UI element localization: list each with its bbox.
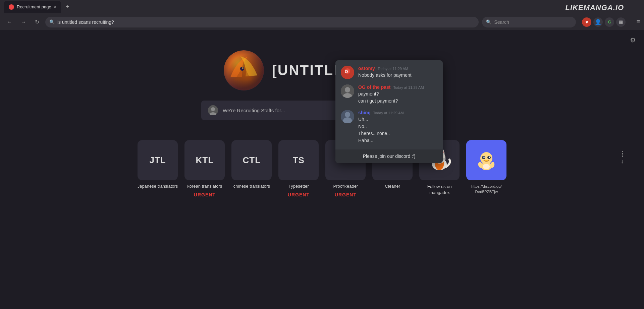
role-urgent-pr: URGENT: [335, 192, 357, 197]
browser-tab-bar: Recruitment page × + LIKEMANGA.IO: [0, 0, 644, 14]
discord-timestamp-ostomy: Today at 11:29 AM: [378, 67, 408, 71]
tab-label: Recruitment page: [17, 4, 51, 9]
discord-text-ostomy: Nobody asks for payment: [358, 72, 437, 79]
svg-text:O: O: [345, 69, 348, 74]
role-label-ktl: korean translators: [187, 184, 222, 189]
role-label-cl: Cleaner: [385, 184, 400, 189]
tab-close-button[interactable]: ×: [54, 5, 56, 9]
role-label-jtl: Japanese translators: [138, 184, 178, 189]
address-bar[interactable]: 🔍: [45, 17, 479, 27]
address-search-icon: 🔍: [49, 19, 55, 24]
scroll-dot-2: [622, 153, 623, 154]
team-header: [UNTITLED] SCANS We're Recruiting Staffs…: [0, 30, 644, 120]
scroll-indicator: ↓: [621, 151, 624, 165]
discord-username-shimj: shimj: [358, 110, 371, 115]
discord-footer: Please join our discord :'): [335, 149, 443, 163]
role-label-mangadex: Follow us onmangadex: [427, 184, 452, 196]
svg-point-6: [211, 107, 215, 111]
tab-recruitment[interactable]: Recruitment page ×: [4, 1, 61, 13]
discord-message-content-og: OG of the past Today at 11:29 AM payment…: [358, 84, 437, 105]
avatar-icon-button[interactable]: 👤: [593, 17, 603, 27]
role-label-ctl: chinese translators: [233, 184, 270, 189]
svg-point-41: [345, 112, 350, 117]
tab-list: Recruitment page × +: [4, 1, 72, 13]
role-urgent-ktl: URGENT: [194, 192, 216, 197]
discord-text-og: payment?can i get payment?: [358, 90, 437, 105]
role-card-ctl: CTL chinese translators: [231, 140, 272, 189]
discord-message-shimj: shimj Today at 11:29 AM Uh...No..Theres.…: [341, 110, 437, 144]
team-avatar: [224, 50, 264, 90]
scroll-arrow-icon: ↓: [621, 158, 624, 165]
extension1-icon-button[interactable]: G: [605, 17, 614, 27]
recruiting-bar-text: We're Recruiting Staffs for...: [223, 108, 285, 113]
settings-icon[interactable]: ⚙: [630, 36, 636, 44]
back-button[interactable]: ←: [4, 17, 15, 27]
team-avatar-image: [224, 50, 264, 90]
svg-point-38: [345, 87, 350, 92]
role-urgent-ts: URGENT: [288, 192, 310, 197]
address-input[interactable]: [57, 19, 475, 25]
role-card-ktl: KTL korean translators URGENT: [184, 140, 225, 197]
search-placeholder: Search: [494, 19, 509, 25]
hamburger-menu-button[interactable]: ≡: [636, 18, 640, 25]
recruiting-bar-avatar: [208, 105, 218, 115]
role-box-ts[interactable]: TS: [278, 140, 319, 180]
svg-point-33: [483, 164, 490, 169]
role-card-discord: https://discord.gg/Ded5PZBTjw: [466, 140, 506, 194]
discord-message-ostomy: O ostomy Today at 11:29 AM Nobody asks f…: [341, 66, 437, 79]
discord-message-header-og: OG of the past Today at 11:29 AM: [358, 84, 437, 90]
scroll-dot-1: [622, 151, 623, 152]
main-content: ⚙: [0, 30, 644, 309]
svg-point-28: [483, 157, 485, 158]
discord-avatar-ostomy: O: [341, 66, 354, 79]
svg-point-3: [240, 67, 244, 71]
discord-timestamp-shimj: Today at 11:29 AM: [373, 111, 404, 115]
role-box-ktl[interactable]: KTL: [184, 140, 225, 180]
new-tab-button[interactable]: +: [63, 2, 72, 12]
discord-message-og: OG of the past Today at 11:29 AM payment…: [341, 84, 437, 105]
discord-username-og: OG of the past: [358, 84, 390, 90]
role-label-discord: https://discord.gg/Ded5PZBTjw: [471, 184, 502, 194]
browser-extension-icons: ♥ 👤 G ▦: [582, 17, 626, 27]
tab-favicon: [9, 4, 14, 10]
role-box-ctl[interactable]: CTL: [231, 140, 272, 180]
refresh-button[interactable]: ↻: [32, 17, 42, 27]
scroll-dot-3: [622, 156, 623, 157]
discord-logo-image: [474, 148, 498, 172]
role-card-jtl: JTL Japanese translators: [138, 140, 178, 189]
forward-button[interactable]: →: [18, 17, 29, 27]
nav-bar: ← → ↻ 🔍 🔍 Search ♥ 👤 G ▦ ≡: [0, 14, 644, 30]
discord-timestamp-og: Today at 11:29 AM: [393, 85, 424, 89]
discord-message-content-ostomy: ostomy Today at 11:29 AM Nobody asks for…: [358, 66, 437, 79]
discord-avatar-og: [341, 84, 354, 98]
heart-icon-button[interactable]: ♥: [582, 17, 591, 27]
discord-message-content-shimj: shimj Today at 11:29 AM Uh...No..Theres.…: [358, 110, 437, 144]
role-label-ts: Typesetter: [288, 184, 309, 189]
role-label-pr: ProofReader: [333, 184, 358, 189]
role-box-jtl[interactable]: JTL: [138, 140, 178, 180]
svg-point-4: [242, 67, 244, 69]
discord-text-shimj: Uh...No..Theres...none..Haha...: [358, 116, 437, 144]
discord-messages: O ostomy Today at 11:29 AM Nobody asks f…: [335, 60, 443, 149]
search-icon: 🔍: [486, 19, 491, 24]
role-box-discord[interactable]: [466, 140, 506, 180]
discord-username-ostomy: ostomy: [358, 66, 375, 71]
discord-message-header-shimj: shimj Today at 11:29 AM: [358, 110, 437, 115]
role-card-ts: TS Typesetter URGENT: [278, 140, 319, 197]
svg-point-29: [489, 157, 490, 158]
roles-section: JTL Japanese translators KTL korean tran…: [0, 140, 644, 197]
extension2-icon-button[interactable]: ▦: [616, 17, 626, 27]
brand-logo: LIKEMANGA.IO: [565, 3, 624, 12]
discord-message-header-ostomy: ostomy Today at 11:29 AM: [358, 66, 437, 71]
discord-popup: O ostomy Today at 11:29 AM Nobody asks f…: [335, 60, 443, 163]
discord-avatar-shimj: [341, 110, 354, 123]
search-box[interactable]: 🔍 Search: [482, 17, 576, 27]
